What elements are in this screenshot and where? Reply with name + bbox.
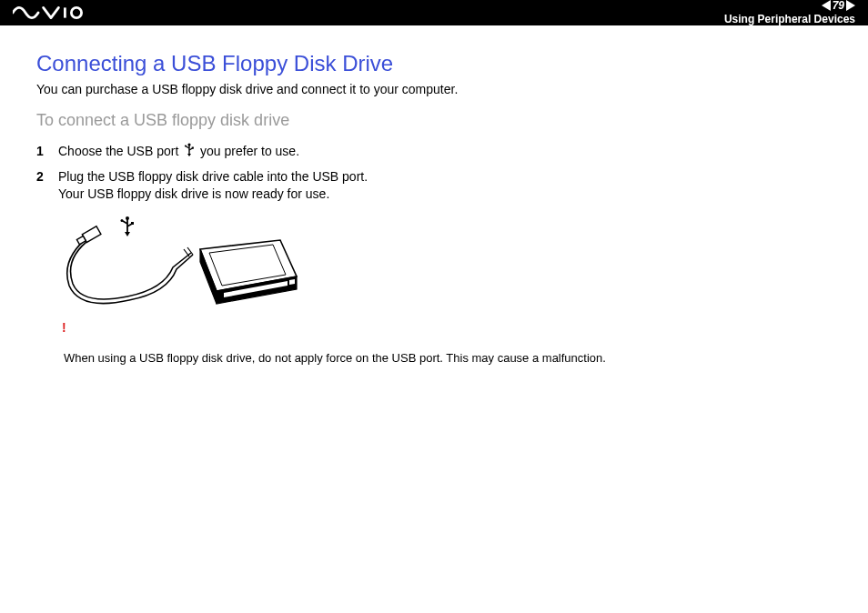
page-nav: 79 [822, 0, 855, 12]
step-number: 1 [36, 143, 58, 163]
step-list: 1 Choose the USB port [36, 143, 832, 204]
step-number: 2 [36, 168, 58, 204]
svg-marker-18 [289, 279, 295, 285]
usb-icon [184, 143, 195, 163]
manual-page: 79 Using Peripheral Devices Connecting a… [0, 0, 868, 613]
intro-text: You can purchase a USB floppy disk drive… [36, 82, 832, 96]
subsection-title: To connect a USB floppy disk drive [36, 111, 832, 130]
svg-point-1 [71, 7, 81, 17]
warning-text: When using a USB floppy disk drive, do n… [64, 351, 606, 365]
svg-rect-5 [192, 147, 194, 149]
svg-rect-0 [64, 7, 66, 17]
page-number: 79 [833, 0, 844, 12]
next-page-arrow-icon[interactable] [846, 0, 855, 11]
vaio-logo-svg [13, 5, 89, 20]
svg-line-12 [184, 249, 189, 256]
vaio-logo [13, 5, 89, 20]
svg-rect-9 [131, 222, 134, 225]
warning-block: ! When using a USB floppy disk drive, do… [64, 335, 832, 366]
page-title: Connecting a USB Floppy Disk Drive [36, 51, 832, 76]
floppy-drive-illustration [64, 213, 832, 326]
step-item: 1 Choose the USB port [36, 143, 832, 163]
header-bar: 79 Using Peripheral Devices [0, 0, 868, 25]
svg-point-8 [121, 219, 124, 222]
header-right: 79 Using Peripheral Devices [724, 0, 855, 25]
page-content: Connecting a USB Floppy Disk Drive You c… [0, 25, 868, 366]
step-item: 2 Plug the USB floppy disk drive cable i… [36, 168, 832, 204]
svg-point-4 [185, 145, 187, 146]
step-text: Choose the USB port you prefer to u [58, 143, 299, 163]
section-title: Using Peripheral Devices [724, 14, 855, 25]
step-text: Plug the USB floppy disk drive cable int… [58, 168, 368, 204]
prev-page-arrow-icon[interactable] [822, 0, 831, 11]
warning-text-wrap: ! When using a USB floppy disk drive, do… [64, 335, 606, 366]
